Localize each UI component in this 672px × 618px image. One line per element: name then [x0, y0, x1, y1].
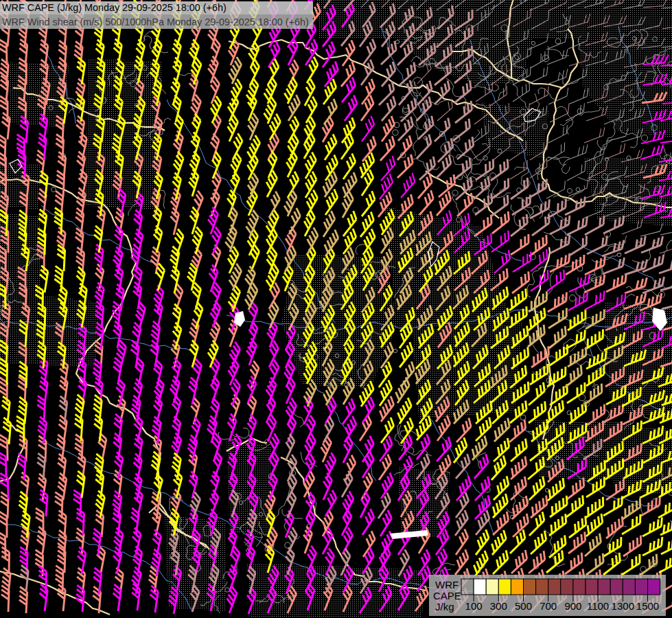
- svg-text:700: 700: [540, 600, 557, 612]
- svg-text:J/kg: J/kg: [435, 601, 454, 613]
- svg-text:WRF Wind shear (m/s) 500/1000h: WRF Wind shear (m/s) 500/1000hPa Monday …: [2, 16, 309, 27]
- svg-text:CAPE: CAPE: [433, 590, 461, 602]
- svg-text:500: 500: [515, 600, 532, 612]
- svg-text:WRF CAPE (J/kg) Monday 29-09-2: WRF CAPE (J/kg) Monday 29-09-2025 18:00 …: [2, 2, 227, 13]
- svg-text:WRF: WRF: [435, 579, 459, 591]
- svg-text:1100: 1100: [587, 600, 609, 612]
- svg-text:1300: 1300: [612, 600, 634, 612]
- svg-text:300: 300: [490, 600, 507, 612]
- svg-text:900: 900: [564, 600, 581, 612]
- svg-text:100: 100: [465, 600, 483, 612]
- svg-text:1500: 1500: [636, 600, 659, 612]
